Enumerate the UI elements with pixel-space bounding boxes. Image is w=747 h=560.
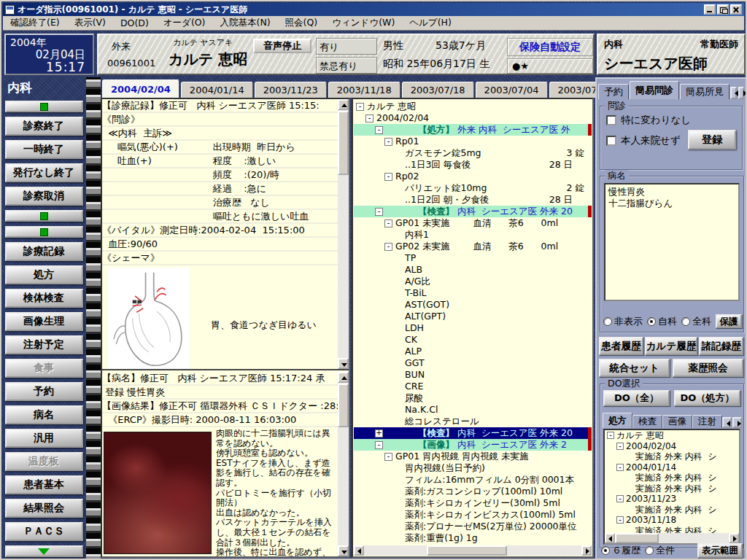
tree-expander-icon[interactable] <box>394 231 402 239</box>
range-radio-option[interactable]: 全件 <box>645 544 676 557</box>
tree-expander-icon[interactable] <box>394 499 402 508</box>
tree-expander-icon[interactable] <box>394 418 402 426</box>
record-header-row[interactable]: 【診療記録】修正可 内科 シーエスア医師 15:15: <box>102 99 338 113</box>
checkbox[interactable] <box>606 136 616 146</box>
tree-expander-icon[interactable] <box>394 336 402 344</box>
menu-item[interactable]: 確認終了(E) <box>10 17 60 29</box>
order-tree-row[interactable]: Rp01 <box>354 136 592 147</box>
do-tree-row[interactable]: カルテ 恵昭 <box>605 430 739 441</box>
order-tree-row[interactable]: 【処方】 外来 内科 シーエスア医 外 <box>354 124 592 136</box>
order-tree-row[interactable]: 薬剤:重曹(1g) 1g <box>354 532 592 544</box>
sidebar-button[interactable]: 画像生理 <box>5 312 83 331</box>
do-tab[interactable]: 画像 <box>662 415 692 428</box>
order-tree-row[interactable]: CK <box>354 334 592 346</box>
history-button[interactable]: 患者履歴 <box>599 337 643 355</box>
tree-expander-icon[interactable] <box>607 432 614 439</box>
visit-date-tab[interactable]: 2003/07/04 <box>476 82 548 98</box>
sidebar-button[interactable]: 予約 <box>5 382 83 401</box>
order-tree-row[interactable]: 薬剤:キシロカインビスカス(100ml) 5ml <box>354 509 592 521</box>
image-result-header-row[interactable]: 【画像結果】修正不可 循環器外科 ＣＳＩドクター :28:1 <box>102 400 338 413</box>
order-tree-row[interactable]: カルテ 恵昭 <box>354 101 592 112</box>
order-tree-row[interactable]: ..1日3回 毎食後 28 日 <box>354 159 592 171</box>
restore-button[interactable] <box>717 4 729 15</box>
tree-expander-icon[interactable] <box>394 534 402 542</box>
do-tab[interactable]: 検査 <box>632 415 662 428</box>
tree-expander-icon[interactable] <box>375 429 383 438</box>
order-tree-row[interactable]: 【検査】 内科 シーエスア医 外来 20 <box>354 206 592 217</box>
tree-expander-icon[interactable] <box>356 103 364 111</box>
scope-radio-option[interactable]: 自科 <box>647 315 678 328</box>
order-tree-row[interactable]: ガスモチン錠5mg 3 錠 <box>354 147 592 159</box>
tree-expander-icon[interactable] <box>616 464 624 471</box>
order-tree-row[interactable]: ALP <box>354 346 592 357</box>
radio-icon[interactable] <box>681 317 690 326</box>
scroll-right-icon[interactable] <box>729 533 739 543</box>
sidebar-button[interactable]: 患者基本 <box>5 475 83 494</box>
tree-expander-icon[interactable] <box>626 485 633 492</box>
scroll-left-icon[interactable] <box>354 545 364 556</box>
tree-expander-icon[interactable] <box>626 506 633 513</box>
tree-expander-icon[interactable] <box>394 149 402 158</box>
tree-expander-icon[interactable] <box>384 453 392 461</box>
sidebar-button[interactable]: ＰＡＣＳ <box>5 522 83 541</box>
sidebar-button[interactable]: 病名 <box>5 405 83 424</box>
tree-expander-icon[interactable] <box>626 474 633 481</box>
do-tab[interactable]: 処方 <box>603 413 632 428</box>
tree-expander-icon[interactable] <box>394 254 402 262</box>
tree-expander-icon[interactable] <box>384 219 392 228</box>
tree-expander-icon[interactable] <box>375 208 383 216</box>
tree-expander-icon[interactable] <box>394 371 402 379</box>
tree-expander-icon[interactable] <box>394 278 402 286</box>
sidebar-button[interactable] <box>5 226 83 238</box>
endoscopy-photo[interactable] <box>104 432 212 554</box>
order-tree-row[interactable]: A/G比 <box>354 276 592 287</box>
history-button[interactable]: 諸記録歴 <box>699 337 743 355</box>
sidebar-button[interactable]: 食事 <box>5 359 83 378</box>
tree-expander-icon[interactable] <box>394 266 402 274</box>
order-tree-row[interactable]: 【画像】 内科 シーエスア医 外来 2 <box>354 439 592 451</box>
tree-expander-icon[interactable] <box>616 495 624 502</box>
scroll-down-icon[interactable] <box>338 358 349 369</box>
right-panel-tab[interactable]: 簡易問診 <box>630 81 679 99</box>
sidebar-button[interactable]: 発行なし終了 <box>5 163 83 182</box>
order-tree-row[interactable]: 胃内視鏡(当日予約) <box>354 462 592 474</box>
sidebar-button[interactable]: 処方 <box>5 265 83 284</box>
menu-item[interactable]: DO(D) <box>120 18 149 28</box>
order-tree-row[interactable]: 【検査】 内科 シーエスア医 外来 20 <box>354 427 592 439</box>
scroll-thumb[interactable] <box>615 533 659 543</box>
tree-expander-icon[interactable] <box>394 324 402 332</box>
scroll-up-icon[interactable] <box>338 372 349 383</box>
visit-date-tab[interactable]: 2004/02/04 <box>102 79 179 98</box>
tree-expander-icon[interactable] <box>394 301 402 309</box>
tree-expander-icon[interactable] <box>384 243 392 251</box>
menu-item[interactable]: オーダ(O) <box>163 17 206 29</box>
sidebar-button[interactable] <box>5 545 83 557</box>
tree-expander-icon[interactable] <box>394 488 402 496</box>
set-button[interactable]: 統合セット <box>599 359 670 377</box>
visit-date-tab[interactable]: 2003/11/18 <box>328 82 400 98</box>
order-tree-row[interactable]: GP02 未実施 血清 茶6 0ml <box>354 241 592 252</box>
tree-expander-icon[interactable] <box>394 383 402 391</box>
minimize-button[interactable] <box>704 4 716 15</box>
order-tree-row[interactable]: ..1日2回 朝・夕食後 28 日 <box>354 194 592 206</box>
tree-expander-icon[interactable] <box>394 184 402 192</box>
order-tree-row[interactable]: ALT(GPT) <box>354 311 592 322</box>
scope-radio-option[interactable]: 全科 <box>681 315 713 328</box>
tree-expander-icon[interactable] <box>394 406 402 414</box>
do-rx-button[interactable]: DO（処方） <box>674 390 740 406</box>
do-all-button[interactable]: DO（全） <box>603 390 670 406</box>
tree-expander-icon[interactable] <box>365 114 374 122</box>
menu-item[interactable]: 入院基本(N) <box>220 17 271 29</box>
radio-icon[interactable] <box>603 317 612 326</box>
range-radio-option[interactable]: ６履歴 <box>601 544 642 557</box>
order-tree-row[interactable]: 2004/02/04 <box>354 112 592 124</box>
set-button[interactable]: 薬歴照会 <box>673 359 743 377</box>
title-bar[interactable]: オーダ指示(00961001) - カルテ 恵昭 - シーエスア医師 <box>3 3 744 16</box>
visit-date-tab[interactable]: 2003/11/23 <box>255 82 327 98</box>
scroll-thumb[interactable] <box>338 111 349 175</box>
do-tab-scroll-right-icon[interactable] <box>732 417 742 428</box>
order-tree-row[interactable]: 薬剤:プロナーゼMS(2万単位) 20000単位 <box>354 521 592 532</box>
sidebar-button[interactable]: 結果照会 <box>5 499 83 518</box>
orders-h-scrollbar[interactable] <box>354 545 592 556</box>
sidebar-button[interactable] <box>5 210 83 222</box>
